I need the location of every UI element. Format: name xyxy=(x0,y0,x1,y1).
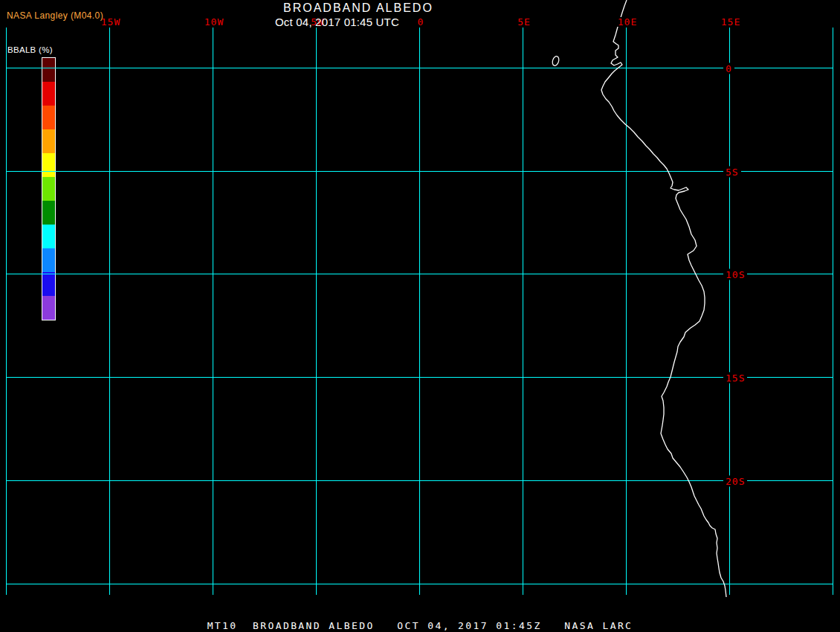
meridian-line xyxy=(6,28,7,595)
colorbar-segment xyxy=(42,82,55,106)
africa-coastline xyxy=(601,0,726,597)
albedo-colorbar xyxy=(42,57,56,320)
meridian-line xyxy=(729,28,730,595)
meridian-line xyxy=(419,28,420,595)
longitude-label: 0 xyxy=(416,17,426,27)
parallel-line xyxy=(6,584,833,584)
legend-title: BBALB (%) xyxy=(7,45,53,54)
colorbar-segment xyxy=(42,177,55,201)
meridian-line xyxy=(626,28,627,595)
latitude-label: 5S xyxy=(723,167,741,178)
parallel-line xyxy=(6,480,833,481)
meridian-line xyxy=(213,28,213,595)
meridian-line xyxy=(833,28,833,595)
page-title: BROADBAND ALBEDO xyxy=(283,1,433,15)
parallel-line xyxy=(6,68,833,68)
colorbar-segment xyxy=(42,296,55,320)
colorbar-segment xyxy=(42,58,55,82)
albedo-map-screen: 15W10W5W05E10E15E05S10S15S20S 1008070605… xyxy=(0,0,840,632)
meridian-line xyxy=(316,28,317,595)
colorbar-segment xyxy=(42,201,55,225)
colorbar-segment xyxy=(42,225,55,248)
latitude-label: 10S xyxy=(723,269,747,280)
footer-caption: MT10 BROADBAND ALBEDO OCT 04, 2017 01:45… xyxy=(0,620,840,631)
meridian-line xyxy=(523,28,523,595)
colorbar-segment xyxy=(42,106,55,129)
longitude-label: 10W xyxy=(203,17,225,27)
meridian-line xyxy=(109,28,110,595)
parallel-line xyxy=(6,274,833,274)
longitude-label: 10E xyxy=(616,17,639,27)
colorbar-segment xyxy=(42,129,55,153)
latitude-label: 15S xyxy=(723,373,747,384)
latitude-label: 20S xyxy=(723,476,747,487)
latitude-label: 0 xyxy=(723,63,734,74)
longitude-label: 15E xyxy=(720,17,742,27)
colorbar-segment xyxy=(42,153,55,177)
colorbar-segment xyxy=(42,248,55,272)
page-subtitle: Oct 04, 2017 01:45 UTC xyxy=(275,16,399,28)
parallel-line xyxy=(6,171,833,172)
parallel-line xyxy=(6,377,833,378)
source-label: NASA Langley (M04.0) xyxy=(7,10,103,21)
map-canvas xyxy=(0,0,840,632)
island-outline xyxy=(552,56,560,67)
colorbar-segment xyxy=(42,272,55,296)
longitude-label: 5E xyxy=(516,17,532,27)
